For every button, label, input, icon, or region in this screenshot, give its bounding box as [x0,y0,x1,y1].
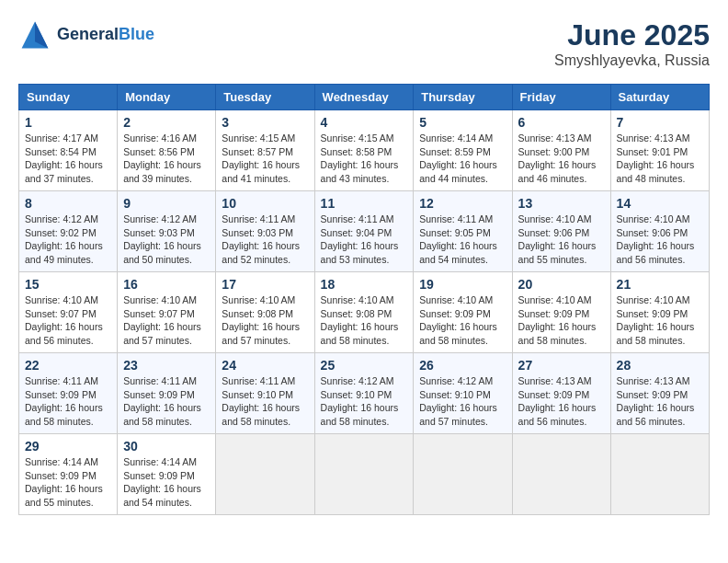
calendar-cell: 8Sunrise: 4:12 AMSunset: 9:02 PMDaylight… [19,191,118,272]
week-row-2: 8Sunrise: 4:12 AMSunset: 9:02 PMDaylight… [19,191,710,272]
calendar-cell [216,434,314,515]
calendar-cell: 1Sunrise: 4:17 AMSunset: 8:54 PMDaylight… [19,110,118,191]
weekday-header-thursday: Thursday [414,85,512,110]
day-number: 16 [123,277,210,292]
day-number: 17 [222,277,308,292]
calendar-cell: 16Sunrise: 4:10 AMSunset: 9:07 PMDayligh… [118,272,216,353]
day-number: 7 [617,115,703,130]
day-info: Sunrise: 4:11 AMSunset: 9:09 PMDaylight:… [123,374,210,429]
weekday-header-monday: Monday [118,85,216,110]
day-info: Sunrise: 4:10 AMSunset: 9:06 PMDaylight:… [518,213,605,267]
calendar-cell: 2Sunrise: 4:16 AMSunset: 8:56 PMDaylight… [118,110,216,191]
calendar-cell: 24Sunrise: 4:11 AMSunset: 9:10 PMDayligh… [216,353,314,434]
calendar-cell: 25Sunrise: 4:12 AMSunset: 9:10 PMDayligh… [314,353,414,434]
day-number: 14 [617,196,703,211]
day-number: 6 [518,115,605,130]
calendar-cell [512,434,610,515]
week-row-1: 1Sunrise: 4:17 AMSunset: 8:54 PMDaylight… [19,110,710,191]
calendar-cell: 23Sunrise: 4:11 AMSunset: 9:09 PMDayligh… [118,353,216,434]
day-number: 4 [321,115,408,130]
day-info: Sunrise: 4:14 AMSunset: 9:09 PMDaylight:… [25,455,111,510]
calendar-cell: 6Sunrise: 4:13 AMSunset: 9:00 PMDaylight… [512,110,610,191]
location: Smyshlyayevka, Russia [554,52,710,69]
week-row-5: 29Sunrise: 4:14 AMSunset: 9:09 PMDayligh… [19,434,710,515]
calendar-cell: 21Sunrise: 4:10 AMSunset: 9:09 PMDayligh… [610,272,709,353]
calendar-cell: 29Sunrise: 4:14 AMSunset: 9:09 PMDayligh… [19,434,118,515]
calendar-cell: 13Sunrise: 4:10 AMSunset: 9:06 PMDayligh… [512,191,610,272]
calendar-cell: 10Sunrise: 4:11 AMSunset: 9:03 PMDayligh… [216,191,314,272]
day-info: Sunrise: 4:11 AMSunset: 9:10 PMDaylight:… [222,374,308,429]
day-number: 5 [419,115,506,130]
calendar-cell: 14Sunrise: 4:10 AMSunset: 9:06 PMDayligh… [610,191,709,272]
day-number: 25 [321,358,408,373]
day-info: Sunrise: 4:10 AMSunset: 9:07 PMDaylight:… [25,293,111,348]
calendar-cell [610,434,709,515]
day-number: 2 [123,115,210,130]
day-info: Sunrise: 4:12 AMSunset: 9:02 PMDaylight:… [25,213,111,267]
day-number: 13 [518,196,605,211]
day-info: Sunrise: 4:16 AMSunset: 8:56 PMDaylight:… [123,132,210,186]
page-header: GeneralBlue June 2025 Smyshlyayevka, Rus… [18,18,710,69]
day-number: 27 [518,358,605,373]
day-info: Sunrise: 4:13 AMSunset: 9:00 PMDaylight:… [518,132,605,186]
weekday-header-tuesday: Tuesday [216,85,314,110]
day-number: 1 [25,115,111,130]
day-number: 30 [123,439,210,454]
day-number: 24 [222,358,308,373]
calendar-cell: 4Sunrise: 4:15 AMSunset: 8:58 PMDaylight… [314,110,414,191]
weekday-header-sunday: Sunday [19,85,118,110]
day-info: Sunrise: 4:11 AMSunset: 9:03 PMDaylight:… [222,213,308,267]
week-row-3: 15Sunrise: 4:10 AMSunset: 9:07 PMDayligh… [19,272,710,353]
day-number: 9 [123,196,210,211]
week-row-4: 22Sunrise: 4:11 AMSunset: 9:09 PMDayligh… [19,353,710,434]
day-number: 28 [617,358,703,373]
day-number: 29 [25,439,111,454]
day-info: Sunrise: 4:15 AMSunset: 8:57 PMDaylight:… [222,132,308,186]
day-info: Sunrise: 4:10 AMSunset: 9:09 PMDaylight:… [419,293,506,348]
calendar-cell: 7Sunrise: 4:13 AMSunset: 9:01 PMDaylight… [610,110,709,191]
calendar-cell: 18Sunrise: 4:10 AMSunset: 9:08 PMDayligh… [314,272,414,353]
day-info: Sunrise: 4:17 AMSunset: 8:54 PMDaylight:… [25,132,111,186]
day-info: Sunrise: 4:14 AMSunset: 8:59 PMDaylight:… [419,132,506,186]
calendar-cell [414,434,512,515]
day-number: 8 [25,196,111,211]
calendar-cell: 26Sunrise: 4:12 AMSunset: 9:10 PMDayligh… [414,353,512,434]
calendar-cell [314,434,414,515]
calendar-cell: 28Sunrise: 4:13 AMSunset: 9:09 PMDayligh… [610,353,709,434]
day-info: Sunrise: 4:14 AMSunset: 9:09 PMDaylight:… [123,455,210,510]
day-number: 11 [321,196,408,211]
day-number: 19 [419,277,506,292]
day-info: Sunrise: 4:13 AMSunset: 9:01 PMDaylight:… [617,132,703,186]
day-number: 12 [419,196,506,211]
calendar-cell: 9Sunrise: 4:12 AMSunset: 9:03 PMDaylight… [118,191,216,272]
calendar-cell: 27Sunrise: 4:13 AMSunset: 9:09 PMDayligh… [512,353,610,434]
logo: GeneralBlue [18,18,154,52]
calendar-cell: 17Sunrise: 4:10 AMSunset: 9:08 PMDayligh… [216,272,314,353]
day-info: Sunrise: 4:10 AMSunset: 9:09 PMDaylight:… [617,293,703,348]
day-info: Sunrise: 4:10 AMSunset: 9:09 PMDaylight:… [518,293,605,348]
day-number: 26 [419,358,506,373]
day-info: Sunrise: 4:11 AMSunset: 9:04 PMDaylight:… [321,213,408,267]
weekday-header-saturday: Saturday [610,85,709,110]
weekday-header-friday: Friday [512,85,610,110]
calendar-cell: 11Sunrise: 4:11 AMSunset: 9:04 PMDayligh… [314,191,414,272]
calendar-cell: 20Sunrise: 4:10 AMSunset: 9:09 PMDayligh… [512,272,610,353]
title-block: June 2025 Smyshlyayevka, Russia [554,18,710,69]
day-number: 23 [123,358,210,373]
calendar-cell: 22Sunrise: 4:11 AMSunset: 9:09 PMDayligh… [19,353,118,434]
calendar-cell: 19Sunrise: 4:10 AMSunset: 9:09 PMDayligh… [414,272,512,353]
month-title: June 2025 [554,18,710,52]
calendar-cell: 3Sunrise: 4:15 AMSunset: 8:57 PMDaylight… [216,110,314,191]
calendar-cell: 12Sunrise: 4:11 AMSunset: 9:05 PMDayligh… [414,191,512,272]
day-info: Sunrise: 4:13 AMSunset: 9:09 PMDaylight:… [617,374,703,429]
calendar-cell: 5Sunrise: 4:14 AMSunset: 8:59 PMDaylight… [414,110,512,191]
day-info: Sunrise: 4:11 AMSunset: 9:05 PMDaylight:… [419,213,506,267]
day-info: Sunrise: 4:10 AMSunset: 9:07 PMDaylight:… [123,293,210,348]
day-number: 22 [25,358,111,373]
day-info: Sunrise: 4:12 AMSunset: 9:10 PMDaylight:… [419,374,506,429]
day-number: 21 [617,277,703,292]
calendar-cell: 30Sunrise: 4:14 AMSunset: 9:09 PMDayligh… [118,434,216,515]
day-info: Sunrise: 4:12 AMSunset: 9:10 PMDaylight:… [321,374,408,429]
weekday-header-wednesday: Wednesday [314,85,414,110]
logo-icon [18,18,51,52]
